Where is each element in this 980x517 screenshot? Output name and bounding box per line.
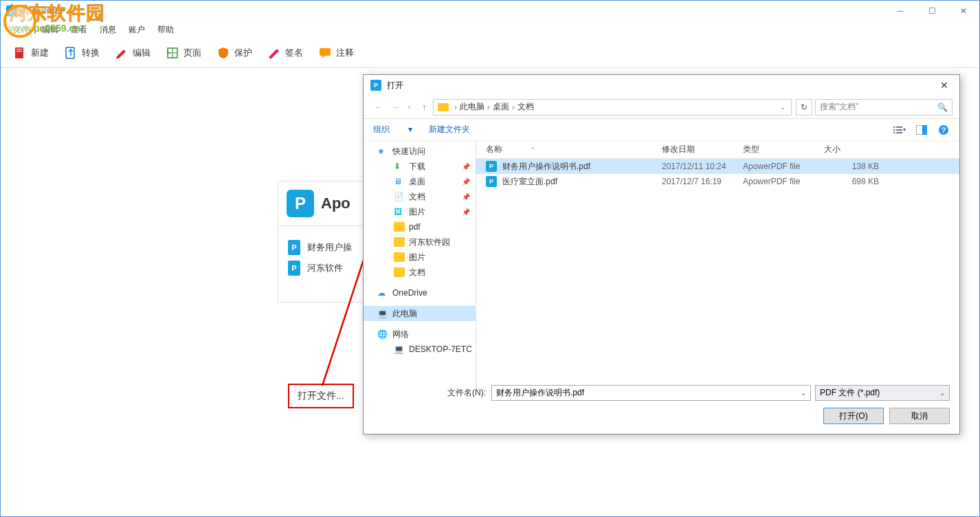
- svg-rect-15: [922, 125, 927, 135]
- tool-page-label: 页面: [183, 47, 201, 59]
- minimize-button[interactable]: ─: [884, 1, 916, 21]
- folder-icon: [394, 252, 405, 262]
- file-size: 698 KB: [824, 177, 879, 186]
- filetype-value: PDF 文件 (*.pdf): [820, 387, 880, 399]
- tool-sign[interactable]: 签名: [267, 46, 303, 60]
- menu-bar: 文件 编辑 查看 消息 账户 帮助: [1, 21, 979, 38]
- svg-rect-10: [893, 129, 895, 131]
- svg-rect-2: [16, 51, 22, 52]
- svg-rect-9: [896, 126, 902, 128]
- nav-history-dropdown[interactable]: ▾: [408, 104, 411, 111]
- tool-protect[interactable]: 保护: [216, 46, 252, 60]
- folder-icon: [394, 267, 405, 277]
- menu-file[interactable]: 文件: [13, 24, 30, 36]
- file-size: 138 KB: [824, 162, 879, 171]
- preview-pane-button[interactable]: [915, 124, 928, 136]
- new-folder-button[interactable]: 新建文件夹: [429, 124, 470, 135]
- tree-downloads[interactable]: ⬇下载📌: [364, 159, 476, 174]
- tree-pictures[interactable]: 🖼图片📌: [364, 204, 476, 219]
- nav-back-button[interactable]: ←: [375, 102, 383, 112]
- tool-comment[interactable]: 注释: [318, 46, 354, 60]
- pin-icon: 📌: [462, 178, 470, 186]
- tree-pictures2-folder[interactable]: 图片: [364, 250, 476, 265]
- tool-protect-label: 保护: [234, 47, 252, 59]
- tree-desktop-pc[interactable]: 💻DESKTOP-7ETC: [364, 342, 476, 357]
- tree-thispc[interactable]: 💻此电脑: [364, 306, 476, 321]
- menu-message[interactable]: 消息: [100, 24, 116, 36]
- dialog-title: 打开: [387, 80, 403, 91]
- col-name[interactable]: 名称⌃: [486, 144, 662, 155]
- breadcrumb[interactable]: › 此电脑 › 桌面 › 文档 ⌄: [433, 99, 792, 116]
- dialog-nav: ← → ▾ ↑ › 此电脑 › 桌面 › 文档 ⌄ ↻ 搜索"文档" 🔍: [364, 96, 959, 119]
- help-button[interactable]: ?: [937, 124, 950, 136]
- tree-documents2-folder[interactable]: 文档: [364, 265, 476, 280]
- tool-convert-label: 转换: [82, 47, 100, 59]
- tree-desktop[interactable]: 🖥桌面📌: [364, 174, 476, 189]
- app-title: ApowerPDF: [21, 6, 66, 16]
- folder-icon: [394, 222, 405, 232]
- file-row[interactable]: P 财务用户操作说明书.pdf 2017/12/11 10:24 ApowerP…: [476, 159, 959, 174]
- svg-rect-8: [893, 126, 895, 128]
- tool-edit[interactable]: 编辑: [115, 46, 151, 60]
- svg-text:?: ?: [942, 126, 946, 134]
- download-icon: ⬇: [394, 162, 405, 171]
- dialog-close-button[interactable]: ✕: [929, 75, 959, 96]
- breadcrumb-segment[interactable]: 桌面: [493, 101, 509, 113]
- tool-convert[interactable]: 转换: [64, 46, 100, 60]
- file-name: 医疗室立面.pdf: [502, 176, 662, 188]
- pc-icon: 💻: [377, 309, 388, 318]
- tree-documents[interactable]: 📄文档📌: [364, 189, 476, 204]
- menu-help[interactable]: 帮助: [157, 24, 174, 36]
- chevron-down-icon[interactable]: ⌄: [801, 389, 806, 397]
- tool-edit-label: 编辑: [133, 47, 151, 59]
- maximize-button[interactable]: ☐: [916, 1, 948, 21]
- dialog-title-bar: P 打开 ✕: [364, 75, 959, 96]
- nav-forward-button[interactable]: →: [391, 102, 399, 112]
- breadcrumb-segment[interactable]: 文档: [517, 101, 534, 113]
- menu-edit[interactable]: 编辑: [42, 24, 58, 36]
- col-date[interactable]: 修改日期: [662, 144, 743, 155]
- filename-input[interactable]: 财务用户操作说明书.pdf ⌄: [491, 385, 811, 401]
- menu-view[interactable]: 查看: [71, 24, 87, 36]
- tree-network[interactable]: 🌐网络: [364, 327, 476, 342]
- col-type[interactable]: 类型: [743, 144, 824, 155]
- tree-hedong-folder[interactable]: 河东软件园: [364, 234, 476, 250]
- close-button[interactable]: ✕: [948, 1, 979, 21]
- refresh-button[interactable]: ↻: [796, 99, 812, 116]
- app-logo: P: [287, 190, 314, 217]
- search-input[interactable]: 搜索"文档" 🔍: [815, 99, 953, 116]
- folder-icon: [438, 103, 449, 111]
- cancel-button[interactable]: 取消: [889, 408, 950, 424]
- sort-indicator-icon: ⌃: [530, 146, 535, 153]
- col-size[interactable]: 大小: [824, 144, 879, 155]
- search-placeholder: 搜索"文档": [820, 101, 859, 113]
- chevron-down-icon[interactable]: ⌄: [939, 389, 945, 397]
- organize-button[interactable]: 组织 ▾: [373, 124, 412, 135]
- filename-value: 财务用户操作说明书.pdf: [496, 387, 584, 399]
- svg-rect-11: [896, 129, 902, 131]
- tree-quick-access[interactable]: ★快速访问: [364, 144, 476, 159]
- title-bar: P ApowerPDF ─ ☐ ✕: [1, 1, 979, 21]
- breadcrumb-segment[interactable]: 此电脑: [460, 101, 485, 113]
- view-mode-button[interactable]: ▾: [893, 124, 906, 136]
- filetype-select[interactable]: PDF 文件 (*.pdf) ⌄: [815, 385, 950, 401]
- network-icon: 🌐: [377, 329, 388, 339]
- file-list: 名称⌃ 修改日期 类型 大小 P 财务用户操作说明书.pdf 2017/12/1…: [476, 141, 959, 388]
- desktop-icon: 🖥: [394, 177, 405, 186]
- open-button[interactable]: 打开(O): [823, 408, 884, 424]
- documents-icon: 📄: [394, 192, 405, 201]
- nav-up-button[interactable]: ↑: [422, 102, 426, 112]
- pdf-icon: P: [288, 240, 300, 255]
- open-file-button[interactable]: 打开文件...: [288, 384, 354, 408]
- dialog-footer: 文件名(N): 财务用户操作说明书.pdf ⌄ PDF 文件 (*.pdf) ⌄…: [364, 378, 959, 434]
- tree-onedrive[interactable]: ☁OneDrive: [364, 285, 476, 300]
- filename-label: 文件名(N):: [373, 387, 491, 399]
- tree-pdf-folder[interactable]: pdf: [364, 219, 476, 234]
- brand-text: Apo: [321, 195, 350, 212]
- menu-account[interactable]: 账户: [129, 24, 145, 36]
- tool-page[interactable]: 页面: [166, 46, 201, 60]
- file-row[interactable]: P 医疗室立面.pdf 2017/12/7 16:19 ApowerPDF fi…: [476, 174, 959, 189]
- breadcrumb-dropdown[interactable]: ⌄: [780, 103, 786, 111]
- pdf-file-icon: P: [486, 161, 497, 172]
- tool-new[interactable]: 新建: [13, 46, 49, 60]
